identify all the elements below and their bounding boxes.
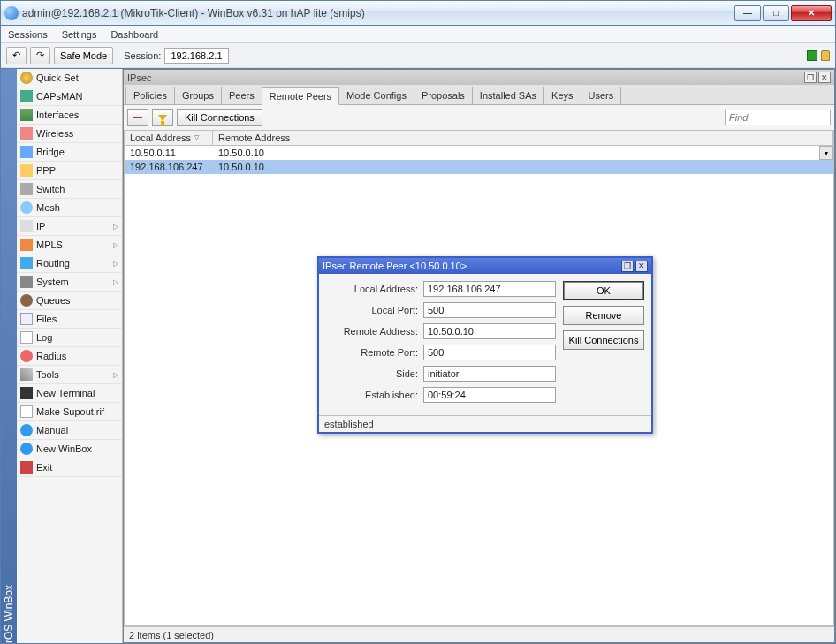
local-port-field[interactable]: 500 (423, 302, 556, 318)
filter-button[interactable] (152, 109, 173, 126)
menu-sessions[interactable]: Sessions (8, 29, 48, 40)
remote-port-field[interactable]: 500 (423, 345, 556, 360)
sidebar-item-label: IP (36, 221, 45, 231)
side-field[interactable]: initiator (423, 366, 556, 382)
queues-icon (20, 294, 33, 307)
kill-connections-button[interactable]: Kill Connections (177, 109, 262, 126)
bridge-icon (20, 146, 33, 158)
radius-icon (20, 350, 33, 362)
sidebar-item-mpls[interactable]: MPLS▷ (17, 236, 122, 254)
sidebar-item-exit[interactable]: Exit (17, 458, 122, 477)
sidebar-item-routing[interactable]: Routing▷ (17, 254, 122, 273)
remote-address-field[interactable]: 10.50.0.10 (423, 323, 556, 339)
sidebar-item-ip[interactable]: IP▷ (17, 217, 122, 236)
dialog-close-button[interactable]: ✕ (635, 261, 648, 272)
tab-groups[interactable]: Groups (174, 87, 222, 104)
dialog-titlebar[interactable]: IPsec Remote Peer <10.50.0.10> ❐ ✕ (319, 258, 651, 274)
sidebar-item-quick-set[interactable]: Quick Set (17, 69, 122, 87)
close-button[interactable]: ✕ (791, 5, 832, 21)
find-input[interactable] (725, 110, 831, 125)
local-address-label: Local Address: (326, 284, 423, 294)
sidebar-item-label: New WinBox (36, 443, 92, 454)
dialog-remove-button[interactable]: Remove (563, 306, 644, 325)
tab-users[interactable]: Users (581, 87, 622, 104)
tab-installed-sas[interactable]: Installed SAs (472, 87, 544, 104)
sidebar-item-system[interactable]: System▷ (17, 273, 122, 292)
lock-icon (821, 50, 830, 61)
dialog-restore-button[interactable]: ❐ (621, 261, 634, 272)
remove-button[interactable] (127, 109, 148, 126)
exit-icon (20, 461, 33, 474)
mesh-icon (20, 201, 33, 214)
dialog-kill-button[interactable]: Kill Connections (563, 330, 644, 350)
minimize-button[interactable]: — (734, 5, 761, 21)
remote-port-label: Remote Port: (326, 347, 423, 358)
sidebar-item-label: Bridge (36, 147, 65, 157)
status-led-icon (807, 50, 817, 61)
content-area: IPsec ❐ ✕ PoliciesGroupsPeersRemote Peer… (123, 69, 835, 643)
sidebar-item-label: Routing (36, 258, 70, 269)
session-value[interactable]: 192.168.2.1 (164, 48, 228, 64)
col-local-address[interactable]: Local Address (125, 131, 213, 145)
safe-mode-button[interactable]: Safe Mode (54, 47, 113, 64)
tab-mode-configs[interactable]: Mode Configs (338, 87, 414, 104)
ipsec-title: IPsec (127, 72, 152, 83)
submenu-caret-icon: ▷ (113, 278, 118, 286)
sidebar-item-mesh[interactable]: Mesh (17, 199, 122, 217)
undo-button[interactable]: ↶ (6, 47, 27, 64)
sidebar-item-radius[interactable]: Radius (17, 347, 122, 366)
ipsec-tabs: PoliciesGroupsPeersRemote PeersMode Conf… (124, 85, 834, 105)
titlebar[interactable]: admin@192.168.2.1 (MikroTik-Client) - Wi… (1, 1, 835, 26)
established-field[interactable]: 00:59:24 (423, 387, 556, 403)
tab-proposals[interactable]: Proposals (414, 87, 473, 104)
quick-set-icon (20, 72, 33, 84)
sidebar-item-log[interactable]: Log (17, 329, 122, 347)
sidebar-item-manual[interactable]: Manual (17, 421, 122, 440)
remote-peer-dialog: IPsec Remote Peer <10.50.0.10> ❐ ✕ Local… (317, 256, 653, 434)
window-title: admin@192.168.2.1 (MikroTik-Client) - Wi… (22, 7, 734, 19)
sidebar-item-wireless[interactable]: Wireless (17, 125, 122, 143)
files-icon (20, 313, 33, 325)
tab-peers[interactable]: Peers (221, 87, 262, 104)
sidebar-item-make-supout-rif[interactable]: Make Supout.rif (17, 403, 122, 421)
menu-settings[interactable]: Settings (62, 29, 97, 40)
sidebar-item-label: PPP (36, 165, 56, 176)
ipsec-close-button[interactable]: ✕ (818, 72, 831, 83)
sidebar-item-new-winbox[interactable]: New WinBox (17, 440, 122, 458)
sidebar-item-switch[interactable]: Switch (17, 180, 122, 199)
sidebar: Quick SetCAPsMANInterfacesWirelessBridge… (17, 69, 123, 643)
sidebar-item-ppp[interactable]: PPP (17, 162, 122, 180)
sidebar-item-new-terminal[interactable]: New Terminal (17, 384, 122, 403)
columns-dropdown-button[interactable]: ▾ (819, 146, 833, 160)
table-header: Local Address Remote Address (124, 130, 834, 146)
col-remote-address[interactable]: Remote Address (213, 131, 833, 145)
sidebar-item-files[interactable]: Files (17, 310, 122, 329)
sidebar-item-label: Interfaces (36, 110, 79, 120)
sidebar-item-capsman[interactable]: CAPsMAN (17, 87, 122, 106)
tools-icon (20, 368, 33, 381)
table-row[interactable]: 10.50.0.1110.50.0.10 (125, 146, 833, 160)
sidebar-item-queues[interactable]: Queues (17, 292, 122, 310)
redo-icon: ↷ (36, 49, 44, 61)
sidebar-item-tools[interactable]: Tools▷ (17, 366, 122, 384)
sidebar-item-bridge[interactable]: Bridge (17, 143, 122, 162)
make-supout-rif-icon (20, 405, 33, 418)
submenu-caret-icon: ▷ (113, 241, 118, 249)
sidebar-item-label: Log (36, 332, 52, 343)
sidebar-item-interfaces[interactable]: Interfaces (17, 106, 122, 125)
maximize-button[interactable]: □ (763, 5, 789, 21)
local-address-field[interactable]: 192.168.106.247 (423, 281, 556, 297)
cell-remote-address: 10.50.0.10 (213, 162, 270, 172)
menu-dashboard[interactable]: Dashboard (110, 29, 158, 40)
tab-remote-peers[interactable]: Remote Peers (262, 87, 339, 105)
ipsec-restore-button[interactable]: ❐ (804, 72, 817, 83)
ipsec-titlebar[interactable]: IPsec ❐ ✕ (124, 70, 834, 85)
sidebar-item-label: Wireless (36, 128, 73, 139)
ok-button[interactable]: OK (563, 281, 644, 300)
submenu-caret-icon: ▷ (113, 223, 118, 231)
redo-button[interactable]: ↷ (30, 47, 50, 64)
tab-keys[interactable]: Keys (543, 87, 581, 104)
sidebar-item-label: Manual (36, 425, 68, 436)
table-row[interactable]: 192.168.106.24710.50.0.10 (125, 160, 833, 174)
tab-policies[interactable]: Policies (125, 87, 175, 104)
